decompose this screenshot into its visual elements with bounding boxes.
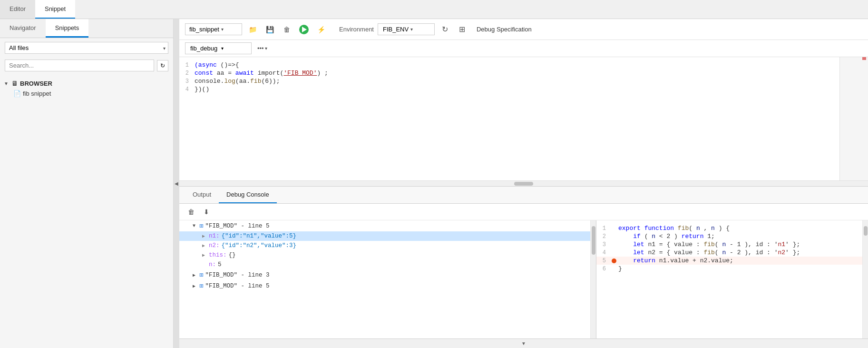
sidebar-tab-snippets[interactable]: Snippets [46, 19, 89, 38]
right-line-num-4: 4 [596, 249, 612, 256]
env-refresh-icon: ↻ [442, 25, 448, 34]
debug-tree-row-fib-line5[interactable]: ▼ ⊞ "FIB_MOD" - line 5 [179, 220, 590, 231]
fib-mod-line3-table-icon: ⊞ [199, 271, 203, 279]
line-number-3: 3 [179, 78, 195, 85]
right-line-num-2: 2 [596, 233, 612, 240]
sidebar-tab-navigator[interactable]: Navigator [0, 19, 46, 38]
scroll-down-icon[interactable]: ▼ [521, 341, 526, 346]
all-files-select[interactable]: All files [5, 42, 168, 54]
debug-button[interactable]: ⚡ [314, 23, 328, 36]
save-button[interactable]: 💾 [263, 23, 276, 36]
folder-button[interactable]: 📁 [246, 23, 259, 36]
bottom-panel: Output Debug Console 🗑 ⬇ [179, 186, 868, 348]
line-number-4: 4 [179, 86, 195, 93]
expand-fib-line3-icon[interactable]: ▶ [193, 272, 199, 278]
environment-label: Environment [339, 26, 374, 33]
right-line-content-5: return n1.value + n2.value; [618, 257, 862, 264]
right-vertical-scrollbar[interactable] [862, 220, 868, 338]
expand-fib-line5b-icon[interactable]: ▶ [193, 283, 199, 289]
debug-tree-panel[interactable]: ▼ ⊞ "FIB_MOD" - line 5 ▶ n1: {"id":"n1",… [179, 220, 590, 338]
delete-icon: 🗑 [283, 26, 290, 33]
expand-n1-icon[interactable]: ▶ [202, 233, 209, 239]
scrollbar-thumb[interactable] [514, 182, 533, 186]
tab-debug-console[interactable]: Debug Console [219, 187, 277, 203]
more-dots-icon: ••• [257, 45, 264, 52]
code-minimap [839, 57, 868, 180]
code-line-4: 4 })() [179, 85, 839, 93]
right-code-line-4: 4 let n2 = { value : fib( n - 2 ), id : … [596, 249, 862, 257]
fib-mod-line5b-label: "FIB_MOD" - line 5 [205, 283, 269, 289]
config-dropdown-arrow-icon: ▾ [221, 46, 224, 51]
this-key: this: [209, 252, 227, 259]
save-icon: 💾 [266, 26, 274, 33]
run-button[interactable] [297, 23, 311, 36]
breakpoint-dot-5 [612, 259, 616, 263]
config-selector[interactable]: fib_debug ▾ [185, 42, 252, 54]
search-input[interactable] [5, 60, 154, 71]
right-line-content-1: export function fib( n , n ) { [618, 225, 862, 232]
editor-horizontal-scrollbar[interactable] [179, 180, 868, 186]
code-editor[interactable]: 1 (async ()=>{ 2 const aa = await import… [179, 57, 839, 180]
sidebar-tree: ▼ 🖥 BROWSER 📄 fib snippet [0, 75, 173, 348]
tab-editor[interactable]: Editor [0, 0, 35, 19]
bottom-tabs: Output Debug Console [179, 187, 868, 204]
content-header: fib_snippet ▾ 📁 💾 🗑 ⚡ Environment [179, 19, 868, 40]
editor-section: 1 (async ()=>{ 2 const aa = await import… [179, 57, 868, 180]
env-selector[interactable]: FIB_ENV ▾ [378, 23, 435, 35]
snippet-selector[interactable]: fib_snippet ▾ [185, 23, 242, 35]
debug-tree-row-n2[interactable]: ▶ n2: {"id":"n2","value":3} [179, 241, 590, 250]
clear-console-button[interactable]: 🗑 [185, 206, 197, 218]
right-line-content-6: } [618, 265, 862, 272]
debug-vertical-scrollbar[interactable] [590, 220, 596, 338]
tree-collapse-icon: ▼ [4, 81, 10, 86]
n-value: 5 [218, 261, 222, 268]
line-content-1: (async ()=>{ [195, 61, 839, 69]
line-number-2: 2 [179, 70, 195, 77]
debug-tree-row-fib-line3[interactable]: ▶ ⊞ "FIB_MOD" - line 3 [179, 269, 590, 280]
config-value: fib_debug [190, 45, 217, 52]
content-area: fib_snippet ▾ 📁 💾 🗑 ⚡ Environment [179, 19, 868, 348]
right-code-line-1: 1 export function fib( n , n ) { [596, 224, 862, 232]
debug-tree-row-this[interactable]: ▶ this: {} [179, 250, 590, 260]
tree-root-browser[interactable]: ▼ 🖥 BROWSER [0, 78, 173, 89]
refresh-button[interactable]: ↻ [157, 60, 168, 71]
delete-button[interactable]: 🗑 [280, 23, 293, 36]
top-tab-bar: Editor Snippet [0, 0, 868, 19]
debug-tree-row-n1[interactable]: ▶ n1: {"id":"n1","value":5} [179, 231, 590, 241]
n1-key: n1: [209, 233, 220, 239]
expand-this-icon[interactable]: ▶ [202, 252, 209, 258]
tab-output[interactable]: Output [185, 187, 219, 203]
code-line-3: 3 console.log(aa.fib(6)); [179, 77, 839, 85]
right-scrollbar-thumb[interactable] [864, 226, 868, 236]
env-refresh-button[interactable]: ↻ [439, 23, 452, 36]
expand-fib-line5-icon[interactable]: ▼ [193, 223, 199, 229]
fib-mod-table-icon: ⊞ [199, 222, 203, 230]
tab-snippet[interactable]: Snippet [35, 0, 75, 19]
debug-tree-row-n[interactable]: ▶ n: 5 [179, 260, 590, 269]
debug-tree-row-fib-line5b[interactable]: ▶ ⊞ "FIB_MOD" - line 5 [179, 280, 590, 291]
right-line-num-3: 3 [596, 241, 612, 248]
expand-n2-icon[interactable]: ▶ [202, 243, 209, 249]
n-key: n: [209, 261, 216, 268]
right-line-num-5: 5 [596, 258, 612, 264]
download-button[interactable]: ⬇ [200, 206, 213, 218]
fib-mod-line5b-table-icon: ⊞ [199, 282, 203, 290]
collapse-arrow-icon: ◀ [175, 181, 178, 186]
right-line-num-6: 6 [596, 266, 612, 272]
download-icon: ⬇ [204, 208, 209, 216]
tree-child-fib-snippet[interactable]: 📄 fib snippet [0, 89, 173, 99]
right-line-content-2: if ( n < 2 ) return 1; [618, 233, 862, 240]
env-settings-button[interactable]: ⊞ [456, 23, 469, 36]
browser-label: BROWSER [20, 80, 52, 87]
browser-folder-icon: 🖥 [11, 80, 18, 87]
right-code-panel[interactable]: 1 export function fib( n , n ) { 2 if ( … [596, 220, 862, 338]
debug-icon: ⚡ [317, 26, 325, 33]
right-code-line-5: 5 return n1.value + n2.value; [596, 257, 862, 265]
debug-scrollbar-thumb[interactable] [592, 226, 595, 255]
sidebar-tabs: Navigator Snippets [0, 19, 173, 38]
sidebar-collapse-handle[interactable]: ◀ [174, 19, 179, 348]
sidebar-filter: All files ▾ [0, 38, 173, 58]
sidebar-search-area: ↻ [0, 58, 173, 75]
bottom-scroll-down-button[interactable]: ▼ [179, 338, 868, 348]
more-options-button[interactable]: ••• ▾ [254, 43, 270, 54]
